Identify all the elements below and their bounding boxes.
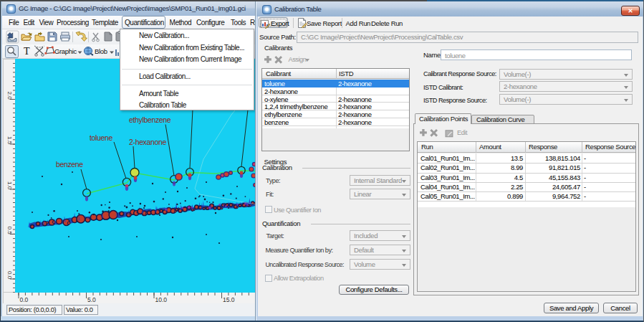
svg-text:1.5: 1.5 xyxy=(6,136,13,145)
svg-text:0.5: 0.5 xyxy=(6,227,13,235)
svg-text:10.0: 10.0 xyxy=(155,296,168,303)
svg-text:15.0: 15.0 xyxy=(223,296,235,303)
svg-text:Graphic: Graphic xyxy=(54,47,77,55)
svg-text:1.0: 1.0 xyxy=(6,181,13,190)
svg-text:ethylbenzene: ethylbenzene xyxy=(129,115,171,124)
svg-text:2.0: 2.0 xyxy=(6,92,13,100)
svg-text:toluene: toluene xyxy=(90,133,113,142)
svg-text:T: T xyxy=(24,46,30,57)
svg-text:2-hexanone: 2-hexanone xyxy=(129,138,166,146)
svg-text:5.0: 5.0 xyxy=(87,296,96,303)
svg-text:Blob: Blob xyxy=(95,47,107,55)
svg-text:0.0: 0.0 xyxy=(6,271,13,280)
svg-text:0.0: 0.0 xyxy=(20,296,29,303)
svg-text:benzene: benzene xyxy=(56,160,83,169)
